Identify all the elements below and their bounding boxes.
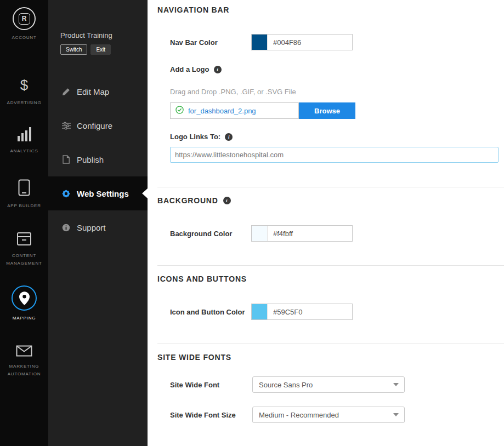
web-settings-panel: NAVIGATION BAR Nav Bar Color Add a Logo … [148, 0, 504, 446]
site-wide-font-size-label: Site Wide Font Size [170, 411, 252, 419]
site-wide-font-size-row: Site Wide Font Size Medium - Recommended [170, 407, 405, 423]
section-title-navigation-bar: NAVIGATION BAR [157, 5, 229, 14]
add-logo-label-text: Add a Logo [170, 65, 209, 73]
logo-links-input[interactable] [170, 147, 499, 163]
project-title: Product Training [60, 31, 112, 39]
background-color-row: Background Color [170, 225, 353, 242]
add-logo-row: Add a Logo [170, 65, 222, 73]
rail-item-mapping[interactable]: MAPPING [0, 285, 48, 322]
info-icon[interactable] [223, 197, 231, 204]
sidebar-item-edit-map[interactable]: Edit Map [48, 75, 148, 108]
project-sidebar: Product Training Switch Exit Edit Map [48, 0, 148, 446]
site-wide-font-label: Site Wide Font [170, 381, 252, 389]
section-title-background: BACKGROUND [157, 196, 231, 205]
sidebar-item-label: Web Settings [77, 189, 129, 198]
section-title-text: ICONS AND BUTTONS [157, 275, 247, 283]
section-title-icons-and-buttons: ICONS AND BUTTONS [157, 275, 247, 283]
rail-item-analytics[interactable]: ANALYTICS [0, 127, 48, 155]
sidebar-item-publish[interactable]: Publish [48, 142, 148, 176]
map-pin-icon [12, 285, 37, 311]
gear-icon [61, 189, 71, 198]
account-logo-icon: R [13, 7, 36, 30]
sidebar-item-label: Configure [77, 121, 112, 130]
exit-button[interactable]: Exit [90, 44, 111, 55]
active-item-notch [142, 188, 148, 198]
site-wide-font-row: Site Wide Font Source Sans Pro [170, 376, 405, 393]
sidebar-item-label: Edit Map [77, 87, 109, 96]
info-icon[interactable] [225, 133, 233, 141]
pencil-icon [61, 88, 71, 96]
uploaded-file-field[interactable]: for_dashboard_2.png [170, 102, 299, 119]
logo-upload-row: for_dashboard_2.png Browse [170, 102, 355, 119]
switch-button[interactable]: Switch [60, 44, 87, 55]
background-color-input[interactable] [268, 230, 352, 238]
document-icon [61, 155, 71, 164]
rail-item-label: APP BUILDER [4, 202, 44, 210]
sidebar-menu: Edit Map Configure [48, 75, 148, 244]
background-color-swatch[interactable] [252, 226, 268, 241]
site-wide-font-size-value: Medium - Recommended [259, 411, 339, 419]
sidebar-item-configure[interactable]: Configure [48, 108, 148, 142]
background-color-field [251, 225, 353, 242]
site-wide-font-select[interactable]: Source Sans Pro [252, 376, 405, 393]
section-title-text: SITE WIDE FONTS [157, 353, 231, 362]
drag-drop-hint: Drag and Drop .PNG, .GIF, or .SVG File [170, 88, 296, 96]
icon-button-color-label: Icon and Button Color [170, 308, 251, 316]
info-icon[interactable] [214, 66, 222, 73]
section-title-site-wide-fonts: SITE WIDE FONTS [157, 353, 231, 362]
icon-button-color-swatch[interactable] [252, 304, 268, 319]
rail-item-advertising[interactable]: $ ADVERTISING [0, 77, 48, 107]
site-wide-font-value: Source Sans Pro [259, 381, 313, 389]
nav-bar-color-label: Nav Bar Color [170, 38, 251, 47]
icon-button-color-field [251, 304, 353, 320]
site-wide-font-size-select[interactable]: Medium - Recommended [252, 407, 405, 423]
logo-links-label: Logo Links To: [170, 133, 233, 141]
bar-chart-icon [16, 127, 32, 144]
icon-button-color-row: Icon and Button Color [170, 304, 353, 320]
nav-bar-color-input[interactable] [268, 38, 352, 47]
logo-links-label-text: Logo Links To: [170, 133, 220, 141]
envelope-icon [16, 345, 32, 359]
project-actions: Switch Exit [60, 44, 112, 55]
add-logo-label: Add a Logo [170, 65, 222, 73]
sidebar-item-web-settings[interactable]: Web Settings [48, 176, 148, 210]
info-circle-icon [61, 224, 71, 232]
sidebar-item-label: Publish [77, 155, 104, 164]
rail-item-content-management[interactable]: CONTENT MANAGEMENT [0, 232, 48, 267]
rail-item-label: MAPPING [10, 315, 39, 322]
nav-bar-color-swatch[interactable] [252, 35, 268, 50]
background-color-label: Background Color [170, 230, 251, 238]
section-title-text: NAVIGATION BAR [157, 5, 229, 14]
rail-item-label: CONTENT MANAGEMENT [0, 252, 48, 267]
chevron-down-icon [393, 413, 399, 416]
account-logo-letter: R [19, 13, 30, 25]
sliders-icon [61, 122, 71, 130]
rail-item-label: ANALYTICS [7, 147, 41, 155]
phone-icon [18, 179, 30, 198]
sidebar-item-label: Support [77, 223, 106, 232]
section-divider [157, 187, 504, 187]
svg-text:$: $ [20, 77, 29, 93]
nav-bar-color-field [251, 34, 353, 50]
section-divider [157, 265, 504, 266]
check-circle-icon [175, 106, 184, 116]
project-header: Product Training Switch Exit [60, 31, 112, 55]
section-title-text: BACKGROUND [157, 196, 218, 205]
nav-bar-color-row: Nav Bar Color [170, 34, 353, 50]
rail-item-label: ACCOUNT [9, 34, 39, 42]
chevron-down-icon [393, 383, 399, 386]
rail-item-label: ADVERTISING [4, 99, 44, 107]
uploaded-file-name: for_dashboard_2.png [188, 107, 256, 115]
sidebar-item-support[interactable]: Support [48, 210, 148, 244]
app-rail: R ACCOUNT $ ADVERTISING ANALYTICS [0, 0, 48, 446]
logo-links-row: Logo Links To: [170, 133, 233, 141]
icon-button-color-input[interactable] [268, 308, 352, 316]
browse-button[interactable]: Browse [299, 102, 355, 119]
rail-item-app-builder[interactable]: APP BUILDER [0, 179, 48, 210]
archive-icon [16, 232, 32, 248]
dollar-icon: $ [19, 77, 30, 95]
rail-item-label: MARKETING AUTOMATION [0, 363, 48, 378]
rail-item-marketing-automation[interactable]: MARKETING AUTOMATION [0, 345, 48, 378]
section-divider [157, 344, 504, 344]
rail-item-account[interactable]: R ACCOUNT [0, 7, 48, 42]
